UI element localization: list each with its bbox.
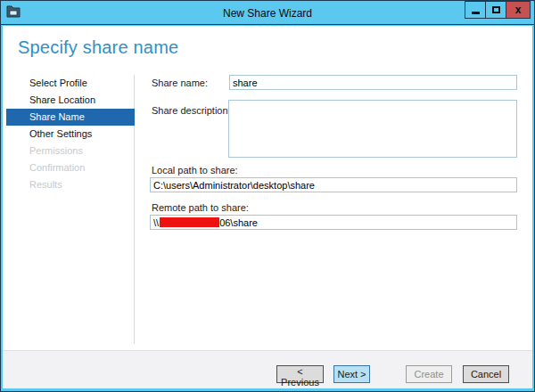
next-button[interactable]: Next > — [333, 365, 370, 383]
sidebar-item-select-profile[interactable]: Select Profile — [3, 75, 135, 92]
close-icon: x — [515, 4, 522, 15]
remote-path-label: Remote path to share: — [152, 202, 249, 213]
close-button[interactable]: x — [506, 1, 531, 19]
maximize-button[interactable] — [485, 1, 506, 19]
create-button: Create — [406, 365, 452, 383]
minimize-button[interactable] — [465, 1, 486, 19]
minimize-icon — [472, 12, 480, 14]
page-title: Specify share name — [18, 37, 178, 58]
sidebar-item-results: Results — [3, 176, 135, 193]
share-name-label: Share name: — [152, 78, 208, 88]
remote-path-suffix: 06\share — [219, 217, 258, 228]
cancel-button[interactable]: Cancel — [463, 365, 509, 383]
window-title: New Share Wizard — [1, 1, 534, 25]
share-description-input[interactable] — [228, 100, 517, 158]
sidebar-item-other-settings[interactable]: Other Settings — [3, 126, 135, 143]
remote-path-input[interactable]: \\ 06\share — [150, 215, 517, 230]
share-name-input[interactable] — [229, 75, 517, 90]
sidebar-item-share-location[interactable]: Share Location — [3, 92, 135, 109]
sidebar-item-confirmation: Confirmation — [3, 159, 135, 176]
redaction-block — [160, 217, 219, 227]
maximize-icon — [492, 6, 500, 13]
remote-path-prefix: \\ — [153, 217, 159, 228]
local-path-input[interactable] — [150, 177, 517, 192]
local-path-label: Local path to share: — [152, 165, 238, 176]
sidebar-item-permissions: Permissions — [3, 143, 135, 159]
wizard-footer: < Previous Next > Create Cancel — [3, 350, 532, 388]
share-description-label: Share description: — [152, 105, 231, 116]
sidebar-item-share-name[interactable]: Share Name — [6, 109, 135, 126]
wizard-steps-nav: Select Profile Share Location Share Name… — [3, 75, 135, 193]
previous-button[interactable]: < Previous — [276, 365, 324, 383]
window-controls: x — [465, 1, 531, 19]
titlebar: New Share Wizard x — [1, 1, 534, 25]
wizard-body: Specify share name Select Profile Share … — [3, 26, 532, 388]
new-share-wizard-window: New Share Wizard x Specify share name Se… — [0, 0, 535, 392]
